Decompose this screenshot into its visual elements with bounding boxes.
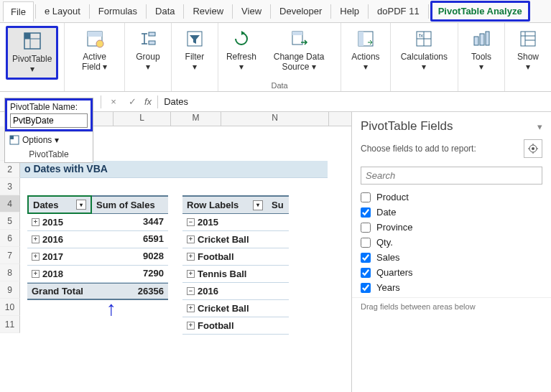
- active-field-icon: [85, 29, 105, 49]
- expand-icon[interactable]: +: [187, 270, 195, 278]
- expand-icon[interactable]: +: [187, 322, 195, 330]
- tab-dopdf[interactable]: doPDF 11: [370, 1, 427, 21]
- pivottable-button[interactable]: PivotTable▾: [6, 26, 58, 80]
- expand-icon[interactable]: +: [32, 253, 40, 261]
- rowhdr-10[interactable]: 10: [0, 299, 20, 316]
- pvt2-row[interactable]: +Cricket Ball: [182, 231, 289, 248]
- expand-icon[interactable]: +: [32, 270, 40, 278]
- pivot-table-1[interactable]: Dates ▾ Sum of Sales +20153447 +20166591…: [27, 195, 168, 335]
- fx-label[interactable]: fx: [144, 96, 152, 107]
- options-icon: [9, 135, 19, 145]
- pvt1-row[interactable]: +20153447: [27, 214, 168, 231]
- rowhdr-5[interactable]: 5: [0, 213, 20, 230]
- pvt2-row[interactable]: −2015: [182, 214, 289, 231]
- refresh-button[interactable]: Refresh▾: [224, 26, 259, 75]
- rowhdr-3[interactable]: 3: [0, 178, 20, 195]
- active-field-label: Active Field ▾: [75, 52, 114, 73]
- tab-developer[interactable]: Developer: [272, 1, 329, 21]
- gear-icon[interactable]: [524, 139, 542, 158]
- field-item-product[interactable]: Product: [361, 192, 542, 202]
- rowhdr-4[interactable]: 4: [0, 195, 20, 213]
- rowhdr-6[interactable]: 6: [0, 230, 20, 247]
- rowhdr-7[interactable]: 7: [0, 247, 20, 264]
- tab-formulas[interactable]: Formulas: [91, 1, 144, 21]
- tab-view[interactable]: View: [234, 1, 269, 21]
- tab-data[interactable]: Data: [148, 1, 182, 21]
- colhdr-l[interactable]: L: [114, 112, 171, 126]
- filter-dropdown-icon[interactable]: ▾: [76, 200, 86, 210]
- rowhdr-8[interactable]: 8: [0, 264, 20, 281]
- confirm-icon[interactable]: ✓: [126, 96, 139, 107]
- pvt1-row[interactable]: +20179028: [27, 248, 168, 266]
- expand-icon[interactable]: +: [32, 235, 40, 243]
- svg-rect-26: [10, 136, 14, 139]
- show-icon: [518, 29, 538, 49]
- expand-icon[interactable]: +: [187, 235, 195, 243]
- field-checkbox[interactable]: [361, 253, 371, 263]
- rowhdr-2[interactable]: 2: [0, 161, 20, 178]
- field-item-sales[interactable]: Sales: [361, 252, 542, 263]
- tab-help[interactable]: Help: [333, 1, 366, 21]
- svg-rect-18: [474, 37, 478, 45]
- expand-icon[interactable]: +: [187, 253, 195, 261]
- expand-icon[interactable]: +: [187, 304, 195, 312]
- ribbon-group-pivottable: PivotTable▾: [0, 23, 65, 91]
- field-checkbox[interactable]: [361, 238, 371, 248]
- calculations-button[interactable]: fx Calculations▾: [397, 26, 452, 75]
- pvt2-row[interactable]: +Tennis Ball: [182, 266, 289, 283]
- ribbon-group-data: Refresh▾ Change Data Source ▾ Data: [218, 23, 341, 91]
- show-button[interactable]: Show▾: [511, 26, 545, 75]
- field-item-province[interactable]: Province: [361, 222, 542, 233]
- field-checkbox[interactable]: [361, 283, 371, 293]
- rowhdr-9[interactable]: 9: [0, 281, 20, 299]
- pvt1-row[interactable]: +20187290: [27, 266, 168, 283]
- tools-button[interactable]: Tools▾: [464, 26, 499, 75]
- name-panel-header: PivotTable Name:: [5, 98, 93, 131]
- cancel-icon[interactable]: ×: [107, 96, 120, 107]
- pvt2-hdr-rowlabels[interactable]: Row Labels ▾: [182, 195, 267, 214]
- pvt2-row[interactable]: +Football: [182, 317, 289, 335]
- pvt1-grand-total[interactable]: Grand Total26356: [27, 283, 168, 300]
- tab-review[interactable]: Review: [185, 1, 231, 21]
- field-checkbox[interactable]: [361, 268, 371, 278]
- expand-icon[interactable]: +: [32, 218, 40, 226]
- formula-value[interactable]: Dates: [164, 96, 188, 107]
- pvt2-hdr-su[interactable]: Su: [267, 195, 289, 214]
- actions-button[interactable]: Actions▾: [347, 26, 384, 75]
- pivot-table-2[interactable]: Row Labels ▾ Su −2015 +Cricket Ball +Foo…: [182, 195, 289, 335]
- active-field-button[interactable]: Active Field ▾: [70, 26, 119, 75]
- change-data-source-button[interactable]: Change Data Source ▾: [263, 26, 335, 75]
- filter-button[interactable]: Filter▾: [177, 26, 212, 75]
- pvt1-hdr-dates[interactable]: Dates ▾: [27, 195, 92, 214]
- field-checkbox[interactable]: [361, 192, 371, 202]
- colhdr-m[interactable]: M: [171, 112, 221, 126]
- sheet-title-cell[interactable]: o Dates with VBA: [20, 161, 328, 178]
- field-item-date[interactable]: Date: [361, 207, 542, 218]
- collapse-icon[interactable]: −: [187, 218, 195, 226]
- pvt1-row[interactable]: +20166591: [27, 231, 168, 248]
- tab-layout-partial[interactable]: e Layout: [37, 1, 88, 21]
- field-item-quarters[interactable]: Quarters: [361, 267, 542, 278]
- filter-dropdown-icon[interactable]: ▾: [253, 200, 263, 210]
- colhdr-n[interactable]: N: [221, 112, 329, 126]
- fields-search-input[interactable]: [361, 167, 542, 185]
- options-button[interactable]: Options ▾: [5, 131, 93, 148]
- pvt2-row[interactable]: +Cricket Ball: [182, 300, 289, 317]
- field-item-qty[interactable]: Qty.: [361, 237, 542, 248]
- separator: [157, 95, 158, 108]
- collapse-icon[interactable]: −: [187, 287, 195, 295]
- pvt2-row[interactable]: −2016: [182, 283, 289, 300]
- tab-pivottable-analyze[interactable]: PivotTable Analyze: [430, 1, 530, 22]
- tab-file[interactable]: File: [3, 1, 34, 22]
- field-item-years[interactable]: Years: [361, 282, 542, 293]
- field-checkbox[interactable]: [361, 207, 371, 218]
- group-button[interactable]: Group▾: [131, 26, 165, 75]
- pvt1-hdr-sales[interactable]: Sum of Sales: [92, 195, 168, 214]
- pvt2-row[interactable]: +Football: [182, 248, 289, 266]
- chevron-down-icon[interactable]: ▾: [537, 121, 542, 132]
- rowhdr-11[interactable]: 11: [0, 316, 20, 333]
- change-source-label: Change Data Source ▾: [267, 52, 330, 73]
- pivottable-name-input[interactable]: [10, 113, 88, 128]
- field-checkbox[interactable]: [361, 223, 371, 233]
- svg-rect-21: [521, 32, 535, 46]
